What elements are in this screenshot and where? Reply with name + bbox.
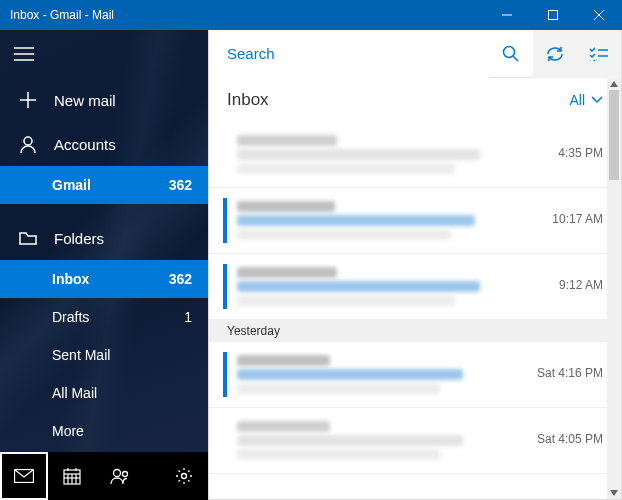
chevron-down-icon [591,96,603,104]
filter-dropdown[interactable]: All [569,92,603,108]
folder-item-sent-mail[interactable]: Sent Mail [0,336,208,374]
folder-label: All Mail [52,385,192,401]
list-title: Inbox [227,90,569,110]
people-app-button[interactable] [96,452,144,500]
mail-app-button[interactable] [0,452,48,500]
unread-bar [223,132,227,177]
message-item[interactable]: 9:12 AM [209,254,621,320]
bottom-bar [0,452,208,500]
scrollbar[interactable] [607,78,621,499]
svg-rect-1 [549,11,558,20]
subject-blurred [237,369,463,380]
sender-blurred [237,267,337,278]
preview-blurred [237,295,455,306]
preview-blurred [237,383,440,394]
subject-blurred [237,149,480,160]
list-header: Inbox All [209,78,621,122]
sender-blurred [237,201,335,212]
maximize-button[interactable] [530,0,576,30]
folder-count: 362 [169,271,192,287]
select-mode-button[interactable] [577,30,621,78]
sender-blurred [237,135,337,146]
scroll-thumb[interactable] [609,90,619,180]
close-button[interactable] [576,0,622,30]
main-pane: Inbox All 4:35 PM10:17 AM9:12 AMYesterda… [208,30,622,500]
message-time: Sat 4:05 PM [527,432,603,446]
title-bar: Inbox - Gmail - Mail [0,0,622,30]
folders-label: Folders [54,230,104,247]
accounts-label: Accounts [54,136,192,153]
sender-blurred [237,421,330,432]
sender-blurred [237,355,330,366]
scroll-down-icon[interactable] [607,487,621,499]
folder-item-inbox[interactable]: Inbox362 [0,260,208,298]
plus-icon [16,92,40,108]
folder-label: Sent Mail [52,347,192,363]
svg-point-19 [114,470,121,477]
message-body [237,418,527,463]
folder-label: Inbox [52,271,169,287]
message-time: 10:17 AM [542,212,603,226]
settings-button[interactable] [160,452,208,500]
unread-bar [223,418,227,463]
folder-item-all-mail[interactable]: All Mail [0,374,208,412]
account-label: Gmail [52,177,169,193]
window-title: Inbox - Gmail - Mail [10,8,484,22]
search-input[interactable] [209,30,489,78]
subject-blurred [237,281,480,292]
scroll-up-icon[interactable] [607,78,621,90]
folder-label: More [52,423,192,439]
subject-blurred [237,215,475,226]
message-body [237,132,548,177]
message-body [237,352,527,397]
message-time: 4:35 PM [548,146,603,160]
person-icon [16,135,40,153]
search-bar [209,30,621,78]
folder-count: 1 [184,309,192,325]
svg-point-22 [504,46,515,57]
minimize-button[interactable] [484,0,530,30]
sync-button[interactable] [533,30,577,78]
new-mail-label: New mail [54,92,192,109]
svg-line-23 [513,56,518,61]
message-item[interactable]: 10:17 AM [209,188,621,254]
message-item[interactable]: Sat 4:05 PM [209,408,621,474]
svg-point-9 [24,137,32,145]
sidebar: New mail Accounts Gmail362 Folders Inbox… [0,30,208,500]
account-count: 362 [169,177,192,193]
unread-bar [223,352,227,397]
folder-icon [16,231,40,245]
message-item[interactable]: 4:35 PM [209,122,621,188]
preview-blurred [237,449,440,460]
calendar-app-button[interactable] [48,452,96,500]
unread-bar [223,264,227,309]
message-body [237,264,549,309]
preview-blurred [237,163,455,174]
hamburger-menu[interactable] [0,30,208,78]
new-mail-button[interactable]: New mail [0,78,208,122]
svg-point-20 [123,472,128,477]
search-button[interactable] [489,30,533,78]
subject-blurred [237,435,463,446]
folder-item-more[interactable]: More [0,412,208,450]
message-time: Sat 4:16 PM [527,366,603,380]
folder-item-drafts[interactable]: Drafts1 [0,298,208,336]
group-header: Yesterday [209,320,621,342]
svg-point-21 [182,474,187,479]
folder-label: Drafts [52,309,184,325]
preview-blurred [237,229,451,240]
message-time: 9:12 AM [549,278,603,292]
message-body [237,198,542,243]
message-item[interactable]: Sat 4:16 PM [209,342,621,408]
accounts-button[interactable]: Accounts [0,122,208,166]
filter-label: All [569,92,585,108]
account-item-gmail[interactable]: Gmail362 [0,166,208,204]
message-list: 4:35 PM10:17 AM9:12 AMYesterdaySat 4:16 … [209,122,621,499]
folders-header[interactable]: Folders [0,216,208,260]
unread-bar [223,198,227,243]
